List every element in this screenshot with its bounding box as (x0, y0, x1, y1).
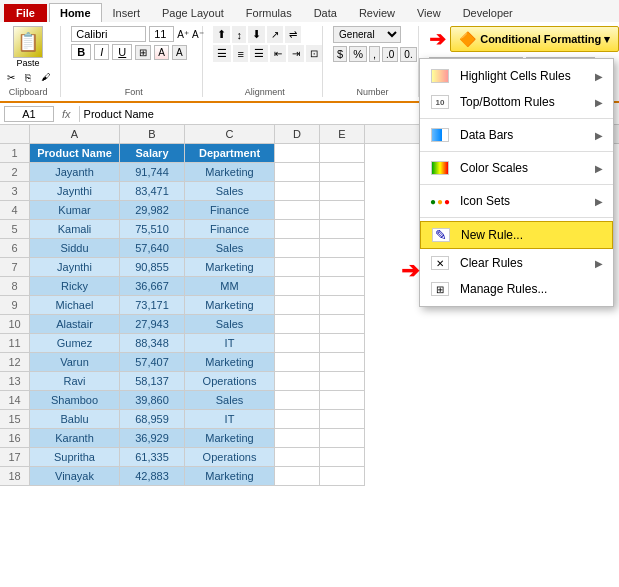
increase-font-button[interactable]: A⁺ (177, 29, 189, 40)
menu-item-colorscales[interactable]: Color Scales ▶ (420, 155, 613, 181)
cell-a4[interactable]: Kumar (30, 201, 120, 220)
font-color-button[interactable]: A (172, 45, 187, 60)
cell-a2[interactable]: Jayanth (30, 163, 120, 182)
cell-c4[interactable]: Finance (185, 201, 275, 220)
tab-formulas[interactable]: Formulas (235, 3, 303, 22)
cell-e1[interactable] (320, 144, 365, 163)
italic-button[interactable]: I (94, 44, 109, 60)
cell-c17[interactable]: Operations (185, 448, 275, 467)
cell-e9[interactable] (320, 296, 365, 315)
cell-a8[interactable]: Ricky (30, 277, 120, 296)
cell-e7[interactable] (320, 258, 365, 277)
cell-d5[interactable] (275, 220, 320, 239)
cell-b18[interactable]: 42,883 (120, 467, 185, 486)
cell-b5[interactable]: 75,510 (120, 220, 185, 239)
cell-b1[interactable]: Salary (120, 144, 185, 163)
increase-indent-button[interactable]: ⇥ (288, 45, 304, 62)
cell-a15[interactable]: Bablu (30, 410, 120, 429)
cell-a1[interactable]: Product Name (30, 144, 120, 163)
increase-decimal-button[interactable]: .0 (382, 47, 398, 62)
cell-b15[interactable]: 68,959 (120, 410, 185, 429)
cell-d14[interactable] (275, 391, 320, 410)
cell-b10[interactable]: 27,943 (120, 315, 185, 334)
cell-b7[interactable]: 90,855 (120, 258, 185, 277)
comma-button[interactable]: , (369, 46, 380, 62)
cell-d2[interactable] (275, 163, 320, 182)
cell-d16[interactable] (275, 429, 320, 448)
align-middle-button[interactable]: ↕ (232, 26, 246, 43)
menu-item-iconsets[interactable]: ● ● ● Icon Sets ▶ (420, 188, 613, 214)
menu-item-managerules[interactable]: ⊞ Manage Rules... (420, 276, 613, 302)
cell-b13[interactable]: 58,137 (120, 372, 185, 391)
cell-b6[interactable]: 57,640 (120, 239, 185, 258)
cell-a9[interactable]: Michael (30, 296, 120, 315)
menu-item-newrule[interactable]: ✎ New Rule... (420, 221, 613, 249)
decrease-decimal-button[interactable]: 0. (400, 47, 416, 62)
menu-item-clearrules[interactable]: ✕ Clear Rules ▶ (420, 250, 613, 276)
cell-d3[interactable] (275, 182, 320, 201)
cell-e4[interactable] (320, 201, 365, 220)
cell-c15[interactable]: IT (185, 410, 275, 429)
cell-d8[interactable] (275, 277, 320, 296)
copy-button[interactable]: ⎘ (21, 70, 35, 85)
col-header-d[interactable]: D (275, 125, 320, 143)
cell-b9[interactable]: 73,171 (120, 296, 185, 315)
cell-d17[interactable] (275, 448, 320, 467)
cell-e12[interactable] (320, 353, 365, 372)
percent-button[interactable]: % (349, 46, 367, 62)
cell-c10[interactable]: Sales (185, 315, 275, 334)
tab-home[interactable]: Home (49, 3, 102, 22)
cell-b16[interactable]: 36,929 (120, 429, 185, 448)
text-angle-button[interactable]: ↗ (267, 26, 283, 43)
cell-e15[interactable] (320, 410, 365, 429)
cell-e2[interactable] (320, 163, 365, 182)
cell-a3[interactable]: Jaynthi (30, 182, 120, 201)
cell-a18[interactable]: Vinayak (30, 467, 120, 486)
cell-b12[interactable]: 57,407 (120, 353, 185, 372)
cell-e14[interactable] (320, 391, 365, 410)
tab-file[interactable]: File (4, 4, 47, 22)
cell-a6[interactable]: Siddu (30, 239, 120, 258)
merge-button[interactable]: ⊡ (306, 45, 322, 62)
bold-button[interactable]: B (71, 44, 91, 60)
cell-b2[interactable]: 91,744 (120, 163, 185, 182)
cell-e13[interactable] (320, 372, 365, 391)
cell-c5[interactable]: Finance (185, 220, 275, 239)
cell-d1[interactable] (275, 144, 320, 163)
menu-item-databars[interactable]: Data Bars ▶ (420, 122, 613, 148)
menu-item-topbottom[interactable]: 10 Top/Bottom Rules ▶ (420, 89, 613, 115)
col-header-c[interactable]: C (185, 125, 275, 143)
cell-e8[interactable] (320, 277, 365, 296)
cell-e17[interactable] (320, 448, 365, 467)
cell-c16[interactable]: Marketing (185, 429, 275, 448)
col-header-b[interactable]: B (120, 125, 185, 143)
cut-button[interactable]: ✂ (3, 70, 19, 85)
cell-d12[interactable] (275, 353, 320, 372)
align-bottom-button[interactable]: ⬇ (248, 26, 265, 43)
align-left-button[interactable]: ☰ (213, 45, 231, 62)
cell-e11[interactable] (320, 334, 365, 353)
paste-button[interactable]: 📋 Paste (13, 26, 43, 68)
cell-d6[interactable] (275, 239, 320, 258)
cell-a16[interactable]: Karanth (30, 429, 120, 448)
cell-c2[interactable]: Marketing (185, 163, 275, 182)
cell-e3[interactable] (320, 182, 365, 201)
name-box[interactable] (4, 106, 54, 122)
cell-b8[interactable]: 36,667 (120, 277, 185, 296)
cell-b17[interactable]: 61,335 (120, 448, 185, 467)
cell-c6[interactable]: Sales (185, 239, 275, 258)
cell-a14[interactable]: Shamboo (30, 391, 120, 410)
col-header-e[interactable]: E (320, 125, 365, 143)
cell-a11[interactable]: Gumez (30, 334, 120, 353)
menu-item-highlight[interactable]: Highlight Cells Rules ▶ (420, 63, 613, 89)
cell-a7[interactable]: Jaynthi (30, 258, 120, 277)
font-name-input[interactable] (71, 26, 146, 42)
align-center-button[interactable]: ≡ (233, 45, 247, 62)
cell-e6[interactable] (320, 239, 365, 258)
cell-a5[interactable]: Kamali (30, 220, 120, 239)
cell-e5[interactable] (320, 220, 365, 239)
cell-d9[interactable] (275, 296, 320, 315)
cell-a12[interactable]: Varun (30, 353, 120, 372)
fill-color-button[interactable]: A (154, 45, 169, 60)
font-size-input[interactable] (149, 26, 174, 42)
